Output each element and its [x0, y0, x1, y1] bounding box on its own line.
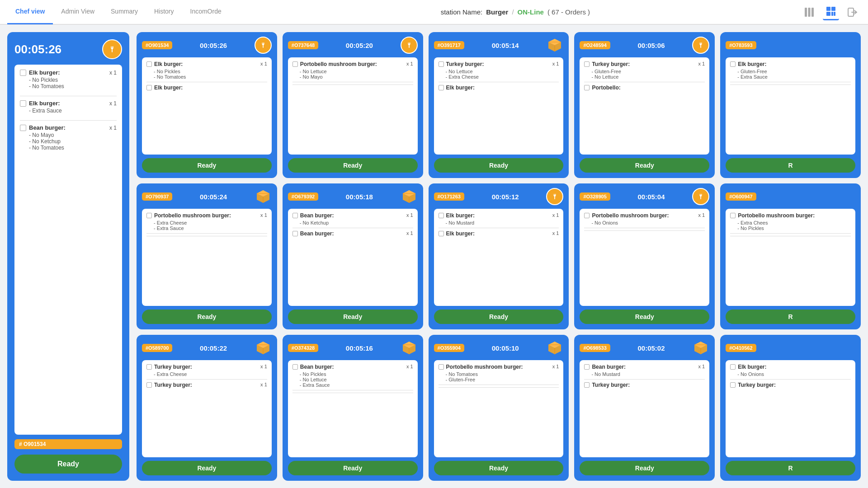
order-card-8: #O328905 00:05:04 Portobello mushroom bu…	[574, 183, 715, 329]
card-ready-button-14[interactable]: R	[726, 461, 855, 475]
card-ready-button-9[interactable]: R	[726, 310, 855, 324]
card-item-checkbox-0-0[interactable]	[146, 61, 152, 67]
card-ready-button-5[interactable]: Ready	[142, 310, 272, 324]
card-divider-1-0	[292, 82, 413, 82]
item-checkbox-2[interactable]	[20, 125, 26, 131]
card-body-9: Portobello mushroom burger: - Extra Chee…	[726, 209, 855, 306]
card-item-name-4-0: Elk burger:	[738, 61, 849, 67]
card-item-checkbox-3-0[interactable]	[584, 61, 590, 67]
card-item-row-2-0: Turkey burger: x 1	[439, 61, 559, 67]
online-status: ON-Line	[518, 8, 544, 16]
card-item-checkbox-6-0[interactable]	[292, 213, 298, 218]
card-item-checkbox-10-1[interactable]	[146, 382, 152, 388]
card-item-checkbox-14-1[interactable]	[730, 382, 736, 388]
item-divider-1	[20, 120, 117, 121]
svg-rect-2	[811, 8, 814, 17]
card-item-name-7-1: Elk burger:	[446, 230, 550, 237]
left-panel-item-1: Elk burger: x 1 - Extra Sauce	[20, 100, 117, 114]
card-item-checkbox-11-0[interactable]	[292, 364, 298, 370]
card-item-checkbox-9-0[interactable]	[730, 213, 736, 218]
card-order-id-13: #O698533	[580, 344, 610, 352]
card-header-3: #O248594 00:05:06	[580, 37, 709, 54]
card-item-checkbox-5-0[interactable]	[146, 213, 152, 218]
card-divider-7-0	[439, 228, 559, 228]
card-item-checkbox-2-1[interactable]	[439, 85, 444, 90]
order-card-6: #O679392 00:05:18 Bean burger: x 1 - No …	[283, 183, 423, 329]
header-icon-group	[801, 4, 861, 20]
card-ready-button-7[interactable]: Ready	[434, 310, 564, 324]
card-mod-9-0-0: - Extra Chees	[737, 220, 851, 225]
tab-incoming-orders[interactable]: IncomOrde	[182, 0, 230, 24]
tab-chef-view[interactable]: Chef view	[7, 0, 53, 24]
card-mod-9-0-1: - No Pickles	[737, 225, 851, 231]
logout-button[interactable]	[844, 4, 861, 20]
card-ready-button-11[interactable]: Ready	[288, 461, 418, 475]
card-item-checkbox-8-0[interactable]	[584, 213, 590, 218]
card-ready-button-3[interactable]: Ready	[580, 158, 709, 173]
card-item-checkbox-7-1[interactable]	[439, 231, 444, 236]
grid-3col-icon	[804, 7, 814, 17]
card-header-14: #O410562	[726, 339, 855, 357]
card-ready-button-12[interactable]: Ready	[434, 461, 564, 475]
item-checkbox-1[interactable]	[20, 100, 26, 107]
card-ready-button-10[interactable]: Ready	[142, 461, 272, 475]
card-timer-3: 00:05:06	[637, 42, 665, 49]
card-item-name-13-0: Bean burger:	[592, 364, 696, 370]
card-body-0: Elk burger: x 1 - No Pickles- No Tomatoe…	[142, 57, 272, 155]
card-mod-1-0-0: - No Lettuce	[300, 69, 413, 74]
card-item-checkbox-13-1[interactable]	[584, 382, 590, 388]
tab-admin-view[interactable]: Admin View	[53, 0, 103, 24]
card-item-row-4-0: Elk burger:	[730, 61, 851, 67]
card-item-row-9-0: Portobello mushroom burger:	[730, 212, 851, 219]
left-panel-ready-button[interactable]: Ready	[14, 455, 122, 474]
card-item-checkbox-12-0[interactable]	[439, 364, 444, 370]
card-item-checkbox-7-0[interactable]	[439, 213, 444, 218]
card-item-checkbox-10-0[interactable]	[146, 364, 152, 370]
orders-count: ( 67 - Orders )	[547, 8, 590, 16]
card-item-qty-5-0: x 1	[260, 212, 267, 218]
card-item-qty-11-0: x 1	[406, 364, 413, 369]
card-item-checkbox-3-1[interactable]	[584, 85, 590, 90]
card-item-name-3-1: Portobello:	[592, 84, 703, 91]
card-item-checkbox-4-0[interactable]	[730, 61, 736, 67]
card-ready-button-2[interactable]: Ready	[434, 158, 564, 173]
card-item-qty-0-0: x 1	[260, 61, 267, 66]
card-ready-button-6[interactable]: Ready	[288, 310, 418, 324]
divider: /	[512, 8, 514, 16]
grid-view-cards-button[interactable]	[823, 4, 839, 20]
left-panel-items: Elk burger: x 1 - No Pickles - No Tomato…	[14, 65, 122, 435]
card-item-checkbox-2-0[interactable]	[439, 61, 444, 67]
svg-rect-4	[831, 7, 835, 11]
card-ready-button-1[interactable]: Ready	[288, 158, 418, 173]
card-ready-button-13[interactable]: Ready	[580, 461, 709, 475]
card-header-6: #O679392 00:05:18	[288, 188, 418, 205]
tab-summary[interactable]: Summary	[103, 0, 146, 24]
item-mods-2: - No Mayo - No Ketchup - No Tomatoes	[29, 132, 117, 151]
chef-icon-circle	[102, 39, 122, 59]
tab-history[interactable]: History	[146, 0, 182, 24]
card-order-id-9: #O600947	[726, 192, 756, 201]
item-checkbox-0[interactable]	[20, 70, 26, 76]
card-item-checkbox-1-0[interactable]	[292, 61, 298, 67]
card-divider-12-0	[439, 385, 559, 385]
card-item-checkbox-14-0[interactable]	[730, 364, 736, 370]
order-card-13: #O698533 00:05:02 Bean burger: x 1 - No …	[574, 335, 715, 481]
card-box-icon-10	[255, 339, 272, 357]
card-divider-5-1	[146, 236, 267, 236]
card-no-icon-9	[838, 188, 855, 205]
grid-view-3col-button[interactable]	[801, 4, 817, 20]
order-card-12: #O355904 00:05:10 Portobello mushroom bu…	[429, 335, 569, 481]
card-body-6: Bean burger: x 1 - No Ketchup Bean burge…	[288, 209, 418, 306]
card-item-checkbox-6-1[interactable]	[292, 231, 298, 236]
card-item-checkbox-0-1[interactable]	[146, 85, 152, 90]
card-ready-button-0[interactable]: Ready	[142, 158, 272, 173]
card-ready-button-4[interactable]: R	[726, 158, 855, 173]
card-divider-8-0	[584, 228, 705, 228]
card-item-checkbox-13-0[interactable]	[584, 364, 590, 370]
card-timer-1: 00:05:20	[346, 42, 373, 49]
card-timer-0: 00:05:26	[200, 42, 227, 49]
mod-2-0: - No Mayo	[29, 132, 117, 138]
card-ready-button-8[interactable]: Ready	[580, 310, 709, 324]
card-chef-icon-7	[546, 188, 563, 205]
card-item-row-11-0: Bean burger: x 1	[292, 364, 413, 370]
